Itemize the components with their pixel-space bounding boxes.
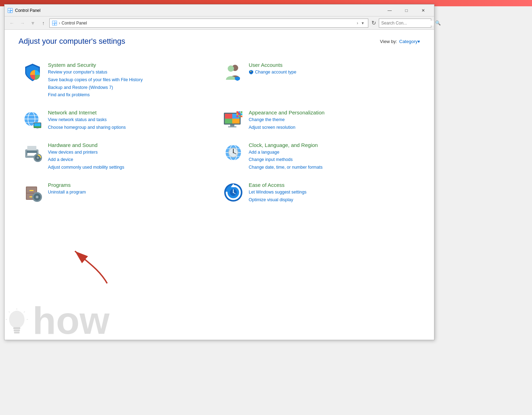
content-header: Adjust your computer's settings View by:… [19, 37, 420, 46]
appearance-personalization-icon [223, 110, 244, 131]
annotation-arrow [69, 247, 115, 286]
category-programs: Programs Uninstall a program [19, 176, 219, 209]
svg-rect-3 [8, 11, 10, 13]
watermark: how [5, 301, 109, 340]
appearance-personalization-title[interactable]: Appearance and Personalization [249, 110, 325, 115]
system-security-link-3[interactable]: Find and fix problems [48, 92, 143, 98]
close-button[interactable]: ✕ [415, 5, 431, 16]
user-accounts-link-0[interactable]: Change account type [255, 69, 296, 76]
search-icon: 🔍 [435, 20, 441, 26]
page-title: Adjust your computer's settings [19, 37, 125, 46]
clock-language-region-content: Clock, Language, and Region Add a langua… [249, 142, 322, 171]
svg-rect-80 [14, 332, 20, 333]
view-by-dropdown[interactable]: Category▾ [399, 39, 420, 44]
category-hardware-sound: Hardware and Sound View devices and prin… [19, 136, 219, 176]
system-security-link-1[interactable]: Save backup copies of your files with Fi… [48, 77, 143, 83]
appearance-personalization-link-0[interactable]: Change the theme [249, 117, 325, 123]
svg-rect-34 [236, 111, 238, 113]
network-internet-link-1[interactable]: Choose homegroup and sharing options [48, 124, 126, 131]
svg-point-68 [37, 196, 38, 197]
network-internet-title[interactable]: Network and Internet [48, 110, 126, 115]
system-security-title[interactable]: System and Security [48, 62, 143, 68]
search-box: 🔍 [379, 19, 431, 28]
svg-point-75 [233, 192, 234, 193]
ease-of-access-content: Ease of Access Let Windows suggest setti… [249, 182, 306, 203]
svg-rect-22 [36, 128, 38, 128]
search-input[interactable] [381, 21, 434, 26]
system-security-content: System and Security Review your computer… [48, 62, 143, 98]
clock-language-region-link-2[interactable]: Change date, time, or number formats [249, 164, 322, 171]
system-security-link-2[interactable]: Backup and Restore (Windows 7) [48, 84, 143, 91]
svg-rect-39 [241, 113, 242, 115]
address-dropdown[interactable]: ▾ [360, 21, 366, 26]
category-system-security: System and Security Review your computer… [19, 56, 219, 104]
ease-of-access-title[interactable]: Ease of Access [249, 182, 306, 188]
categories-grid: System and Security Review your computer… [19, 56, 420, 209]
ease-of-access-link-1[interactable]: Optimize visual display [249, 197, 306, 203]
svg-rect-28 [225, 119, 232, 124]
svg-rect-2 [10, 8, 12, 10]
user-accounts-icon [223, 62, 244, 83]
network-internet-icon [22, 110, 43, 131]
svg-rect-1 [8, 8, 10, 10]
svg-rect-7 [55, 21, 57, 23]
svg-line-82 [24, 311, 25, 312]
network-internet-link-0[interactable]: View network status and tasks [48, 117, 126, 123]
clock-language-region-link-1[interactable]: Change input methods [249, 156, 322, 163]
maximize-button[interactable]: □ [398, 5, 414, 16]
svg-point-49 [37, 157, 39, 159]
address-bar-icon [52, 20, 57, 26]
programs-icon [22, 182, 43, 203]
category-clock-language-region: Clock, Language, and Region Add a langua… [219, 136, 420, 176]
watermark-bulb-icon [5, 308, 29, 340]
watermark-text: how [33, 301, 109, 340]
programs-link-0[interactable]: Uninstall a program [48, 189, 86, 196]
svg-rect-37 [236, 113, 238, 115]
hardware-sound-content: Hardware and Sound View devices and prin… [48, 142, 124, 171]
appearance-personalization-content: Appearance and Personalization Change th… [249, 110, 325, 131]
up-button[interactable]: ↑ [39, 19, 48, 28]
category-appearance-personalization: Appearance and Personalization Change th… [219, 104, 420, 136]
svg-rect-26 [225, 114, 232, 119]
system-security-link-0[interactable]: Review your computer's status [48, 69, 143, 76]
refresh-button[interactable]: ↻ [370, 19, 377, 27]
svg-point-12 [228, 65, 234, 72]
view-by-label: View by: [380, 39, 397, 44]
clock-language-region-title[interactable]: Clock, Language, and Region [249, 142, 322, 148]
category-user-accounts: User Accounts Change account type [219, 56, 420, 104]
svg-rect-36 [241, 111, 242, 113]
view-by-control: View by: Category▾ [380, 39, 420, 44]
user-accounts-content: User Accounts Change account type [249, 62, 296, 76]
appearance-personalization-link-1[interactable]: Adjust screen resolution [249, 124, 325, 131]
hardware-sound-link-1[interactable]: Add a device [48, 156, 124, 163]
ease-of-access-link-0[interactable]: Let Windows suggest settings [249, 189, 306, 196]
content-area: Adjust your computer's settings View by:… [5, 30, 434, 340]
svg-rect-35 [239, 111, 240, 113]
window-title: Control Panel [15, 8, 382, 13]
address-bar[interactable]: › Control Panel › ▾ [49, 19, 368, 28]
svg-rect-9 [55, 23, 57, 25]
svg-rect-38 [239, 113, 240, 115]
svg-rect-30 [230, 125, 234, 126]
forward-button[interactable]: → [18, 19, 27, 28]
programs-title[interactable]: Programs [48, 182, 86, 188]
category-ease-of-access: Ease of Access Let Windows suggest setti… [219, 176, 420, 209]
shield-badge-icon [249, 70, 254, 75]
network-internet-content: Network and Internet View network status… [48, 110, 126, 131]
user-accounts-title[interactable]: User Accounts [249, 62, 296, 68]
minimize-button[interactable]: — [382, 5, 398, 16]
hardware-sound-icon [22, 142, 43, 163]
hardware-sound-link-0[interactable]: View devices and printers [48, 149, 124, 156]
clock-language-region-icon [223, 142, 244, 163]
nav-dropdown-button[interactable]: ▼ [28, 19, 37, 28]
control-panel-window: Control Panel — □ ✕ ← → ▼ ↑ › Cont [4, 4, 434, 340]
ease-of-access-icon [223, 182, 244, 203]
clock-language-region-link-0[interactable]: Add a language [249, 149, 322, 156]
svg-rect-45 [27, 146, 36, 150]
hardware-sound-title[interactable]: Hardware and Sound [48, 142, 124, 148]
svg-rect-23 [34, 126, 41, 128]
hardware-sound-link-2[interactable]: Adjust commonly used mobility settings [48, 164, 124, 171]
window-controls: — □ ✕ [382, 5, 431, 16]
back-button[interactable]: ← [7, 19, 16, 28]
svg-rect-8 [52, 23, 54, 25]
